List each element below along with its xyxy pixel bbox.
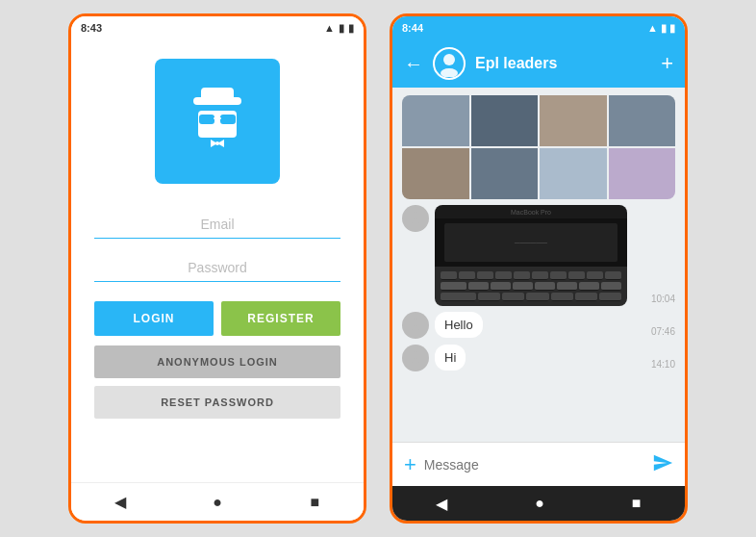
hi-message-row: Hi 14:10 <box>402 345 675 371</box>
left-phone: 8:43 ▲ ▮ ▮ <box>68 13 366 524</box>
svg-rect-3 <box>199 115 214 124</box>
key <box>441 282 466 291</box>
hello-bubble: Hello <box>435 312 483 338</box>
img-cell-2 <box>471 95 539 146</box>
key <box>477 271 493 280</box>
key <box>605 271 621 280</box>
laptop-message-row: MacBook Pro ────── <box>402 205 675 306</box>
auth-buttons-row: LOGIN REGISTER <box>94 301 340 336</box>
laptop-msg-avatar <box>402 205 429 232</box>
keyboard-row-3 <box>441 293 621 301</box>
hello-msg-avatar <box>402 312 429 339</box>
chat-header: ← Epl leaders + <box>392 39 685 88</box>
key <box>601 282 621 291</box>
key <box>550 271 567 280</box>
status-bar-left: 8:43 ▲ ▮ ▮ <box>71 16 364 39</box>
svg-point-8 <box>215 141 219 145</box>
chat-title: Epl leaders <box>475 55 651 72</box>
user-avatar-icon <box>406 209 425 228</box>
signal-icon-right: ▲ <box>647 22 658 34</box>
svg-rect-5 <box>214 117 221 119</box>
img-cell-1 <box>402 95 469 146</box>
svg-point-16 <box>410 362 421 369</box>
keyboard-row-1 <box>441 271 621 280</box>
screen-display: ────── <box>444 223 617 262</box>
battery-icon-right: ▮ <box>669 22 675 34</box>
hello-time: 07:46 <box>651 326 675 339</box>
group-avatar-icon <box>436 50 463 77</box>
home-nav-button-right[interactable]: ● <box>535 495 544 512</box>
key <box>526 293 548 301</box>
key <box>491 282 511 291</box>
chat-avatar <box>433 47 466 80</box>
key <box>441 293 476 301</box>
key <box>502 293 524 301</box>
login-button[interactable]: LOGIN <box>94 301 214 336</box>
img-cell-3 <box>540 95 607 146</box>
anonymous-login-button[interactable]: ANONYMOUS LOGIN <box>94 345 340 378</box>
img-cell-4 <box>609 95 676 146</box>
key <box>478 293 500 301</box>
key <box>557 282 577 291</box>
hi-text: Hi <box>444 350 456 365</box>
register-button[interactable]: REGISTER <box>221 301 340 336</box>
battery-icon: ▮ <box>348 22 354 35</box>
key <box>587 271 603 280</box>
email-input[interactable] <box>94 211 340 239</box>
spy-logo-svg <box>174 78 261 165</box>
login-screen: LOGIN REGISTER ANONYMOUS LOGIN RESET PAS… <box>71 39 364 482</box>
back-nav-button[interactable]: ◀ <box>107 489 134 516</box>
svg-rect-4 <box>220 115 236 124</box>
key <box>513 282 533 291</box>
back-nav-button-right[interactable]: ◀ <box>436 495 447 513</box>
keyboard-row-2 <box>441 282 621 291</box>
status-time-right: 8:44 <box>402 22 423 34</box>
key <box>441 271 457 280</box>
send-button[interactable] <box>652 452 673 477</box>
signal-icon: ▲ <box>324 22 335 34</box>
svg-point-15 <box>412 351 419 359</box>
key <box>551 293 573 301</box>
svg-point-12 <box>410 222 421 229</box>
laptop-screen: ────── <box>435 218 627 267</box>
chat-body: MacBook Pro ────── <box>392 88 685 442</box>
svg-point-10 <box>441 68 458 77</box>
key <box>532 271 548 280</box>
home-nav-button[interactable]: ● <box>204 489 231 516</box>
reset-password-button[interactable]: RESET PASSWORD <box>94 386 340 419</box>
key <box>579 282 599 291</box>
add-member-button[interactable]: + <box>661 51 673 76</box>
password-input[interactable] <box>94 254 340 282</box>
user-avatar-icon-2 <box>406 316 425 335</box>
status-time-left: 8:43 <box>81 22 102 34</box>
status-icons-right: ▲ ▮ ▮ <box>647 22 675 35</box>
message-input[interactable] <box>424 457 644 473</box>
back-button[interactable]: ← <box>404 53 423 75</box>
recent-nav-button-right[interactable]: ■ <box>632 495 642 512</box>
key <box>575 293 597 301</box>
svg-point-13 <box>412 319 419 326</box>
right-phone: 8:44 ▲ ▮ ▮ ← Epl leaders + <box>390 13 688 524</box>
hello-text: Hello <box>444 318 473 332</box>
img-cell-5 <box>402 148 469 199</box>
wifi-icon: ▮ <box>339 22 344 35</box>
image-grid-message <box>402 95 675 199</box>
key <box>495 271 512 280</box>
status-icons-left: ▲ ▮ ▮ <box>324 22 354 35</box>
img-cell-8 <box>609 148 676 199</box>
hi-msg-avatar <box>402 345 429 371</box>
key <box>535 282 555 291</box>
user-avatar-icon-3 <box>406 348 425 368</box>
recent-nav-button[interactable]: ■ <box>301 489 328 516</box>
send-icon <box>652 452 673 473</box>
img-cell-7 <box>540 148 607 199</box>
attach-button[interactable]: + <box>404 454 416 475</box>
svg-point-11 <box>412 212 419 219</box>
laptop-topbar: MacBook Pro <box>435 205 627 218</box>
hello-message-row: Hello 07:46 <box>402 312 675 339</box>
svg-rect-1 <box>201 88 234 103</box>
svg-point-9 <box>443 54 455 65</box>
key <box>468 282 489 291</box>
key <box>459 271 475 280</box>
keyboard-area <box>435 267 627 306</box>
